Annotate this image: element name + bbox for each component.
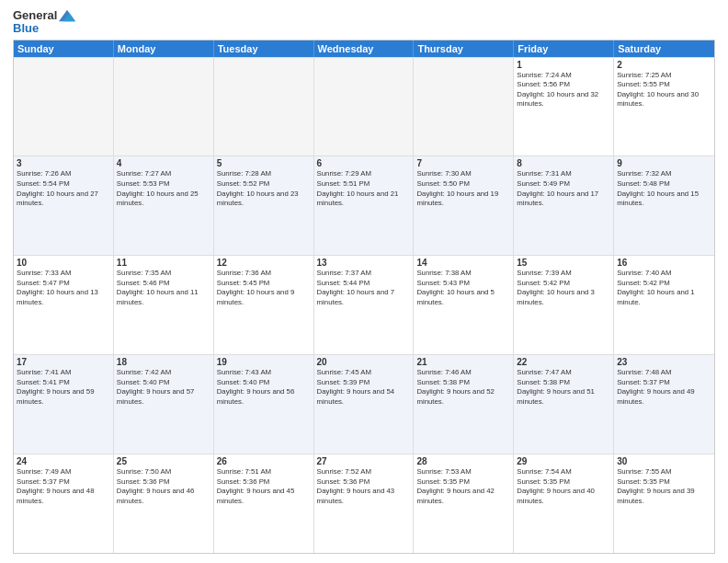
day-number: 20: [317, 357, 411, 367]
day-info: Sunrise: 7:28 AMSunset: 5:52 PMDaylight:…: [217, 169, 311, 208]
cal-cell: 11Sunrise: 7:35 AMSunset: 5:46 PMDayligh…: [114, 256, 214, 354]
day-info: Sunrise: 7:52 AMSunset: 5:36 PMDaylight:…: [317, 467, 411, 506]
cal-cell: 5Sunrise: 7:28 AMSunset: 5:52 PMDaylight…: [214, 156, 314, 255]
day-info: Sunrise: 7:41 AMSunset: 5:41 PMDaylight:…: [17, 368, 110, 407]
day-info: Sunrise: 7:54 AMSunset: 5:35 PMDaylight:…: [517, 467, 610, 506]
day-number: 16: [617, 258, 711, 268]
cal-cell: 17Sunrise: 7:41 AMSunset: 5:41 PMDayligh…: [14, 355, 114, 454]
day-info: Sunrise: 7:45 AMSunset: 5:39 PMDaylight:…: [317, 368, 411, 407]
day-number: 9: [617, 158, 711, 168]
cal-cell: 3Sunrise: 7:26 AMSunset: 5:54 PMDaylight…: [14, 156, 114, 255]
cal-cell: 16Sunrise: 7:40 AMSunset: 5:42 PMDayligh…: [614, 256, 714, 354]
day-info: Sunrise: 7:32 AMSunset: 5:48 PMDaylight:…: [617, 169, 711, 208]
day-number: 23: [617, 357, 711, 367]
day-info: Sunrise: 7:53 AMSunset: 5:35 PMDaylight:…: [416, 467, 510, 506]
day-number: 5: [217, 158, 311, 168]
day-info: Sunrise: 7:33 AMSunset: 5:47 PMDaylight:…: [17, 269, 110, 307]
day-info: Sunrise: 7:31 AMSunset: 5:49 PMDaylight:…: [517, 169, 610, 208]
day-info: Sunrise: 7:50 AMSunset: 5:36 PMDaylight:…: [117, 467, 210, 506]
cal-cell: 4Sunrise: 7:27 AMSunset: 5:53 PMDaylight…: [114, 156, 214, 255]
cal-cell: 26Sunrise: 7:51 AMSunset: 5:36 PMDayligh…: [214, 454, 314, 553]
header-day-friday: Friday: [514, 40, 614, 57]
day-number: 15: [517, 258, 610, 268]
day-info: Sunrise: 7:38 AMSunset: 5:43 PMDaylight:…: [416, 269, 510, 307]
day-number: 1: [517, 60, 610, 70]
day-number: 29: [517, 456, 610, 466]
cal-cell: 2Sunrise: 7:25 AMSunset: 5:55 PMDaylight…: [614, 58, 714, 156]
day-number: 24: [17, 456, 110, 466]
day-info: Sunrise: 7:39 AMSunset: 5:42 PMDaylight:…: [517, 269, 610, 307]
day-number: 13: [317, 258, 411, 268]
header-day-wednesday: Wednesday: [314, 40, 415, 57]
day-number: 21: [416, 357, 510, 367]
day-info: Sunrise: 7:49 AMSunset: 5:37 PMDaylight:…: [17, 467, 110, 506]
cal-cell: 29Sunrise: 7:54 AMSunset: 5:35 PMDayligh…: [514, 454, 614, 553]
cal-cell: 1Sunrise: 7:24 AMSunset: 5:56 PMDaylight…: [514, 58, 614, 156]
cal-cell: [14, 58, 114, 156]
day-info: Sunrise: 7:46 AMSunset: 5:38 PMDaylight:…: [416, 368, 510, 407]
week-row-0: 1Sunrise: 7:24 AMSunset: 5:56 PMDaylight…: [14, 57, 714, 156]
cal-cell: 20Sunrise: 7:45 AMSunset: 5:39 PMDayligh…: [314, 355, 415, 454]
calendar-body: 1Sunrise: 7:24 AMSunset: 5:56 PMDaylight…: [14, 57, 714, 553]
day-number: 25: [117, 456, 210, 466]
day-number: 2: [617, 60, 711, 70]
day-info: Sunrise: 7:48 AMSunset: 5:37 PMDaylight:…: [617, 368, 711, 407]
cal-cell: 12Sunrise: 7:36 AMSunset: 5:45 PMDayligh…: [214, 256, 314, 354]
cal-cell: [114, 58, 214, 156]
day-info: Sunrise: 7:42 AMSunset: 5:40 PMDaylight:…: [117, 368, 210, 407]
cal-cell: 18Sunrise: 7:42 AMSunset: 5:40 PMDayligh…: [114, 355, 214, 454]
cal-cell: 19Sunrise: 7:43 AMSunset: 5:40 PMDayligh…: [214, 355, 314, 454]
day-number: 30: [617, 456, 711, 466]
cal-cell: 13Sunrise: 7:37 AMSunset: 5:44 PMDayligh…: [314, 256, 415, 354]
day-number: 17: [17, 357, 110, 367]
cal-cell: 8Sunrise: 7:31 AMSunset: 5:49 PMDaylight…: [514, 156, 614, 255]
day-info: Sunrise: 7:47 AMSunset: 5:38 PMDaylight:…: [517, 368, 610, 407]
header: General Blue: [13, 9, 715, 36]
page: General Blue SundayMondayTuesdayWednesda…: [0, 0, 728, 563]
cal-cell: 22Sunrise: 7:47 AMSunset: 5:38 PMDayligh…: [514, 355, 614, 454]
day-info: Sunrise: 7:29 AMSunset: 5:51 PMDaylight:…: [317, 169, 411, 208]
day-info: Sunrise: 7:51 AMSunset: 5:36 PMDaylight:…: [217, 467, 311, 506]
day-number: 14: [416, 258, 510, 268]
cal-cell: [214, 58, 314, 156]
logo-icon: [59, 9, 75, 22]
cal-cell: 21Sunrise: 7:46 AMSunset: 5:38 PMDayligh…: [414, 355, 514, 454]
cal-cell: 25Sunrise: 7:50 AMSunset: 5:36 PMDayligh…: [114, 454, 214, 553]
day-info: Sunrise: 7:55 AMSunset: 5:35 PMDaylight:…: [617, 467, 711, 506]
day-number: 11: [117, 258, 210, 268]
day-number: 4: [117, 158, 210, 168]
day-number: 27: [317, 456, 411, 466]
day-number: 18: [117, 357, 210, 367]
cal-cell: 27Sunrise: 7:52 AMSunset: 5:36 PMDayligh…: [314, 454, 415, 553]
calendar-header: SundayMondayTuesdayWednesdayThursdayFrid…: [14, 40, 714, 57]
cal-cell: [414, 58, 514, 156]
day-number: 22: [517, 357, 610, 367]
cal-cell: 7Sunrise: 7:30 AMSunset: 5:50 PMDaylight…: [414, 156, 514, 255]
cal-cell: 28Sunrise: 7:53 AMSunset: 5:35 PMDayligh…: [414, 454, 514, 553]
week-row-2: 10Sunrise: 7:33 AMSunset: 5:47 PMDayligh…: [14, 255, 714, 354]
header-day-sunday: Sunday: [14, 40, 114, 57]
day-number: 6: [317, 158, 411, 168]
day-number: 8: [517, 158, 610, 168]
logo-general: General: [13, 9, 57, 22]
day-info: Sunrise: 7:35 AMSunset: 5:46 PMDaylight:…: [117, 269, 210, 307]
header-day-monday: Monday: [114, 40, 214, 57]
cal-cell: 9Sunrise: 7:32 AMSunset: 5:48 PMDaylight…: [614, 156, 714, 255]
logo-blue: Blue: [13, 22, 39, 35]
cal-cell: 6Sunrise: 7:29 AMSunset: 5:51 PMDaylight…: [314, 156, 415, 255]
day-number: 7: [416, 158, 510, 168]
day-info: Sunrise: 7:27 AMSunset: 5:53 PMDaylight:…: [117, 169, 210, 208]
cal-cell: 23Sunrise: 7:48 AMSunset: 5:37 PMDayligh…: [614, 355, 714, 454]
day-info: Sunrise: 7:43 AMSunset: 5:40 PMDaylight:…: [217, 368, 311, 407]
day-number: 19: [217, 357, 311, 367]
day-info: Sunrise: 7:26 AMSunset: 5:54 PMDaylight:…: [17, 169, 110, 208]
day-info: Sunrise: 7:36 AMSunset: 5:45 PMDaylight:…: [217, 269, 311, 307]
day-number: 12: [217, 258, 311, 268]
cal-cell: 30Sunrise: 7:55 AMSunset: 5:35 PMDayligh…: [614, 454, 714, 553]
week-row-4: 24Sunrise: 7:49 AMSunset: 5:37 PMDayligh…: [14, 454, 714, 553]
day-info: Sunrise: 7:30 AMSunset: 5:50 PMDaylight:…: [416, 169, 510, 208]
day-info: Sunrise: 7:24 AMSunset: 5:56 PMDaylight:…: [517, 71, 610, 109]
cal-cell: [314, 58, 415, 156]
logo: General Blue: [13, 9, 75, 36]
header-day-thursday: Thursday: [414, 40, 514, 57]
